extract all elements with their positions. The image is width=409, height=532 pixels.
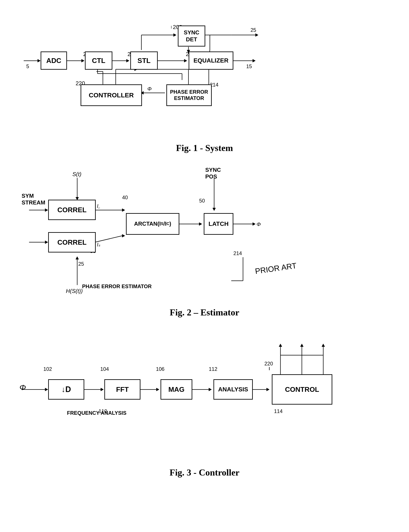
- st-label: S(t): [72, 171, 82, 178]
- phase-error-block: PHASE ERRORESTIMATOR: [166, 84, 212, 106]
- svg-marker-58: [122, 234, 125, 237]
- svg-marker-3: [82, 59, 84, 62]
- control-block: CONTROL: [272, 374, 332, 405]
- svg-marker-83: [209, 388, 211, 391]
- fig3-title: Fig. 3 - Controller: [17, 467, 392, 478]
- phi-input-label: Φ: [19, 383, 26, 392]
- svg-text:Φ: Φ: [256, 221, 261, 227]
- svg-marker-49: [45, 241, 48, 244]
- svg-text:114: 114: [274, 408, 283, 414]
- svg-text:5: 5: [26, 63, 29, 69]
- ctl-block: CTL: [85, 51, 112, 70]
- arctan-block: ARCTAN(IS/IC): [126, 213, 179, 235]
- svg-marker-17: [173, 34, 176, 37]
- figure-1-section: 15 25: [17, 13, 392, 147]
- sync-pos-label: SYNCPOS: [205, 167, 221, 180]
- svg-text:25: 25: [250, 27, 256, 33]
- page: 15 25: [0, 0, 409, 532]
- svg-text:102: 102: [43, 366, 52, 372]
- prior-art-label: PRIOR ART: [254, 261, 297, 276]
- svg-marker-77: [45, 388, 48, 391]
- syncdet-block: SYNCDET: [178, 26, 205, 47]
- svg-text:Iₛ: Iₛ: [97, 242, 100, 247]
- svg-marker-61: [199, 222, 202, 225]
- svg-marker-1: [38, 59, 40, 62]
- svg-text:I꜀: I꜀: [97, 203, 100, 209]
- svg-marker-5: [126, 59, 129, 62]
- fig3-diagram: 220 102 104 106 110 112 114 Φ FREQUENCY …: [17, 329, 392, 463]
- svg-text:15: 15: [246, 63, 252, 69]
- fig2-diagram: I꜀ Iₛ Φ 40 50 30 20 25: [17, 160, 392, 303]
- svg-marker-79: [101, 388, 103, 391]
- svg-text:40: 40: [122, 194, 128, 200]
- svg-marker-55: [122, 209, 125, 212]
- stl-block: STL: [130, 51, 158, 70]
- svg-marker-9: [253, 59, 255, 62]
- svg-text:106: 106: [156, 366, 165, 372]
- hst-label: H(S(t)): [66, 288, 83, 294]
- adc-block: ADC: [41, 51, 67, 70]
- fft-block: FFT: [104, 379, 140, 399]
- svg-marker-87: [279, 344, 282, 347]
- equalizer-block: EQUALIZER: [189, 51, 233, 70]
- svg-marker-63: [213, 208, 216, 211]
- svg-text:50: 50: [199, 198, 205, 204]
- fig1-diagram: 15 25: [17, 13, 392, 138]
- freq-analysis-label: FREQUENCY ANALYSIS: [67, 410, 126, 416]
- svg-marker-91: [322, 344, 325, 347]
- svg-marker-65: [253, 222, 255, 225]
- svg-text:104: 104: [100, 366, 109, 372]
- latch-block: LATCH: [204, 213, 233, 235]
- svg-marker-12: [255, 34, 258, 37]
- svg-marker-47: [45, 209, 48, 212]
- fig1-title: Fig. 1 - System: [17, 143, 392, 153]
- sym-stream-label: SYMSTREAM: [22, 192, 45, 206]
- mag-block: MAG: [161, 379, 192, 399]
- svg-text:214: 214: [233, 250, 242, 256]
- downd-block: ↓D: [48, 379, 84, 399]
- svg-text:112: 112: [209, 366, 217, 372]
- svg-marker-7: [184, 59, 187, 62]
- svg-marker-81: [156, 388, 159, 391]
- svg-text:Φ: Φ: [147, 86, 152, 92]
- svg-line-57: [95, 236, 122, 242]
- svg-text:220: 220: [264, 361, 273, 367]
- phase-error-estimator-label: PHASE ERROR ESTIMATOR: [82, 283, 152, 289]
- correl1-block: CORREL: [48, 200, 96, 220]
- svg-marker-89: [300, 344, 303, 347]
- figure-2-section: I꜀ Iₛ Φ 40 50 30 20 25: [17, 160, 392, 316]
- correl2-block: CORREL: [48, 232, 96, 252]
- fig2-title: Fig. 2 – Estimator: [17, 307, 392, 318]
- analysis-block: ANALYSIS: [213, 379, 253, 399]
- figure-3-section: 220 102 104 106 110 112 114 Φ FREQUENCY …: [17, 329, 392, 480]
- svg-marker-85: [267, 388, 269, 391]
- controller-block: CONTROLLER: [81, 84, 142, 106]
- svg-text:25: 25: [78, 261, 84, 267]
- svg-marker-53: [76, 256, 79, 259]
